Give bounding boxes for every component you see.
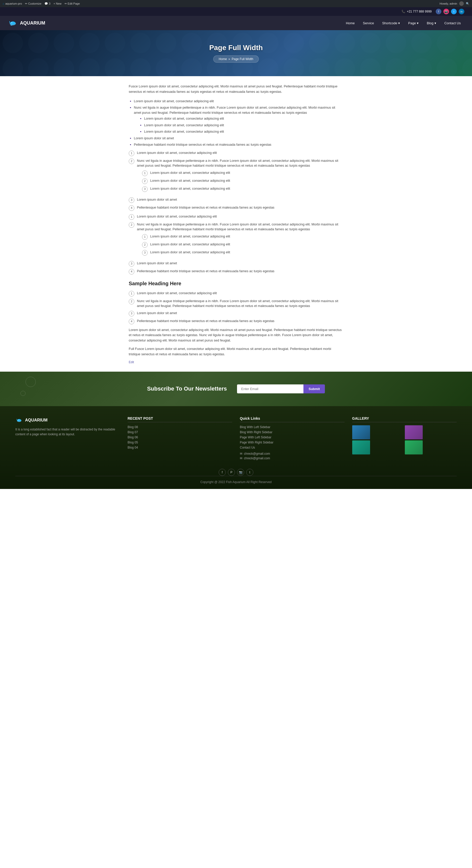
logo[interactable]: AQUARIUM bbox=[8, 18, 45, 28]
linkedin-icon[interactable]: in bbox=[459, 9, 464, 14]
footer-post-link[interactable]: Blog 08 bbox=[128, 425, 232, 429]
footer-about-col: AQUARIUM It is a long established fact t… bbox=[15, 416, 120, 461]
header: AQUARIUM Home Service Shortcode ▾ Page ▾… bbox=[0, 16, 472, 30]
deco-circle-1 bbox=[26, 377, 36, 387]
footer-quick-link[interactable]: Contact Us bbox=[240, 446, 344, 450]
submit-button[interactable]: Submit bbox=[303, 384, 325, 393]
footer-quick-link[interactable]: Page With Left Sidebar bbox=[240, 436, 344, 439]
footer-gallery-col: GALLERY bbox=[352, 416, 457, 461]
list-item: 3 Lorem ipsum dolor sit amet bbox=[129, 197, 343, 203]
breadcrumb-separator: » bbox=[228, 57, 230, 61]
edit-page-link[interactable]: ✏ Edit Page bbox=[65, 2, 80, 5]
list-item: 1 Lorem ipsum dolor sit amet, consectetu… bbox=[129, 290, 343, 297]
gallery-thumb-4[interactable] bbox=[405, 440, 423, 455]
content-para-1: Lorem ipsum dolor sit amet, consectetur … bbox=[129, 328, 343, 343]
footer-twitter-icon[interactable]: t bbox=[246, 469, 254, 476]
list-item: Lorem ipsum dolor sit amet bbox=[134, 136, 343, 141]
list-item: 2 Lorem ipsum dolor sit amet, consectetu… bbox=[142, 178, 343, 184]
bullet-list-1: Lorem ipsum dolor sit amet, consectetur … bbox=[129, 99, 343, 147]
email-input[interactable] bbox=[237, 384, 303, 393]
list-item: 3 Lorem ipsum dolor sit amet bbox=[129, 261, 343, 267]
footer-post-link[interactable]: Blog 04 bbox=[128, 446, 232, 450]
breadcrumb-current: Page Full Width bbox=[232, 57, 254, 61]
instagram-icon[interactable]: 📷 bbox=[443, 9, 449, 14]
footer-email-2: ✉ chreck@gmail.com bbox=[240, 457, 344, 460]
nav-home[interactable]: Home bbox=[342, 19, 358, 27]
phone-info: 📞 +21 777 888 9999 bbox=[402, 10, 432, 13]
edit-link[interactable]: Edit bbox=[129, 361, 134, 364]
footer-recent-posts-col: RECENT POST Blog 08 Blog 07 Blog 06 Blog… bbox=[128, 416, 232, 461]
footer-email-1: ✉ chreck@gmail.com bbox=[240, 452, 344, 456]
footer-pinterest-icon[interactable]: P bbox=[228, 469, 235, 476]
nav-shortcode[interactable]: Shortcode ▾ bbox=[378, 19, 404, 27]
admin-site-link[interactable]: ⌂ aquarium-pro bbox=[3, 2, 22, 5]
customize-link[interactable]: ✏ Customize bbox=[25, 2, 41, 5]
footer-quick-links-col: Quick Links Blog With Left Sidebar Blog … bbox=[240, 416, 344, 461]
sample-heading: Sample Heading Here bbox=[129, 281, 343, 286]
list-item: 1 Lorem ipsum dolor sit amet, consectetu… bbox=[142, 234, 343, 240]
list-number: 2 bbox=[129, 222, 134, 228]
gallery-thumb-1[interactable] bbox=[352, 425, 370, 439]
nav-service[interactable]: Service bbox=[359, 19, 377, 27]
howdy-text: Howdy, admin bbox=[440, 2, 457, 5]
footer-facebook-icon[interactable]: f bbox=[218, 469, 226, 476]
footer: AQUARIUM It is a long established fact t… bbox=[0, 406, 472, 489]
list-number: 3 bbox=[129, 311, 134, 316]
list-number: 3 bbox=[142, 250, 148, 256]
footer-about-text: It is a long established fact that a rea… bbox=[15, 427, 120, 437]
list-item: 1 Lorem ipsum dolor sit amet, consectetu… bbox=[129, 150, 343, 156]
list-number: 1 bbox=[129, 291, 134, 297]
list-number: 2 bbox=[142, 178, 148, 184]
list-item: Pellentesque habitant morbi tristique se… bbox=[134, 142, 343, 147]
list-item: 2 Nunc vel ligula in augue tristique pel… bbox=[129, 299, 343, 309]
nav-contact[interactable]: Contact Us bbox=[441, 19, 464, 27]
main-nav: Home Service Shortcode ▾ Page ▾ Blog ▾ C… bbox=[342, 19, 464, 27]
list-number: 2 bbox=[129, 158, 134, 164]
admin-bar: ⌂ aquarium-pro ✏ Customize 💬 3 + New ✏ E… bbox=[0, 0, 472, 7]
footer-logo: AQUARIUM bbox=[15, 416, 120, 424]
list-number: 2 bbox=[129, 299, 134, 304]
main-content: Fusce Lorem ipsum dolor sit amet, consec… bbox=[121, 84, 351, 364]
svg-point-5 bbox=[18, 420, 19, 420]
list-number: 4 bbox=[129, 205, 134, 211]
footer-quick-link[interactable]: Blog With Right Sidebar bbox=[240, 430, 344, 434]
footer-instagram-icon[interactable]: 📷 bbox=[237, 469, 244, 476]
new-link[interactable]: + New bbox=[54, 2, 62, 5]
list-item: Lorem ipsum dolor sit amet, consectetur … bbox=[144, 123, 343, 128]
list-item: 1 Lorem ipsum dolor sit amet, consectetu… bbox=[142, 170, 343, 176]
email-icon: ✉ bbox=[240, 457, 242, 460]
list-item: 2 Nunc vel ligula in augue tristique pel… bbox=[129, 158, 343, 195]
gallery-thumb-2[interactable] bbox=[405, 425, 423, 439]
breadcrumb: Home » Page Full Width bbox=[213, 56, 259, 63]
list-item: 1 Lorem ipsum dolor sit amet, consectetu… bbox=[129, 214, 343, 220]
hero-title: Page Full Width bbox=[209, 44, 263, 52]
footer-post-link[interactable]: Blog 05 bbox=[128, 441, 232, 444]
footer-quick-link[interactable]: Page With Right Sidebar bbox=[240, 441, 344, 444]
list-number: 1 bbox=[142, 234, 148, 240]
email-icon: ✉ bbox=[240, 452, 242, 456]
comments-link[interactable]: 💬 3 bbox=[44, 2, 50, 5]
admin-avatar[interactable] bbox=[459, 1, 464, 6]
list-number: 3 bbox=[142, 186, 148, 192]
twitter-icon[interactable]: t bbox=[451, 9, 457, 14]
list-number: 1 bbox=[129, 151, 134, 156]
hero-section: Page Full Width Home » Page Full Width bbox=[0, 30, 472, 76]
footer-quick-link[interactable]: Blog With Left Sidebar bbox=[240, 425, 344, 429]
nav-blog[interactable]: Blog ▾ bbox=[423, 19, 440, 27]
list-item: 4 Pellentesque habitant morbi tristique … bbox=[129, 318, 343, 324]
footer-post-link[interactable]: Blog 06 bbox=[128, 436, 232, 439]
breadcrumb-home[interactable]: Home bbox=[218, 57, 227, 61]
newsletter-title: Subscribe To Our Newsletters bbox=[147, 385, 227, 392]
list-number: 1 bbox=[142, 170, 148, 176]
footer-post-link[interactable]: Blog 07 bbox=[128, 430, 232, 434]
list-number: 3 bbox=[129, 261, 134, 267]
search-icon[interactable]: 🔍 bbox=[466, 2, 469, 5]
nav-page[interactable]: Page ▾ bbox=[405, 19, 422, 27]
gallery-thumb-3[interactable] bbox=[352, 440, 370, 455]
ordered-list-3: 1 Lorem ipsum dolor sit amet, consectetu… bbox=[129, 290, 343, 324]
list-item: Nunc vel ligula in augue tristique pelle… bbox=[134, 105, 343, 134]
svg-point-2 bbox=[11, 23, 12, 23]
phone-icon: 📞 bbox=[402, 10, 405, 13]
list-item: 3 Lorem ipsum dolor sit amet, consectetu… bbox=[142, 250, 343, 256]
facebook-icon[interactable]: f bbox=[436, 9, 441, 14]
